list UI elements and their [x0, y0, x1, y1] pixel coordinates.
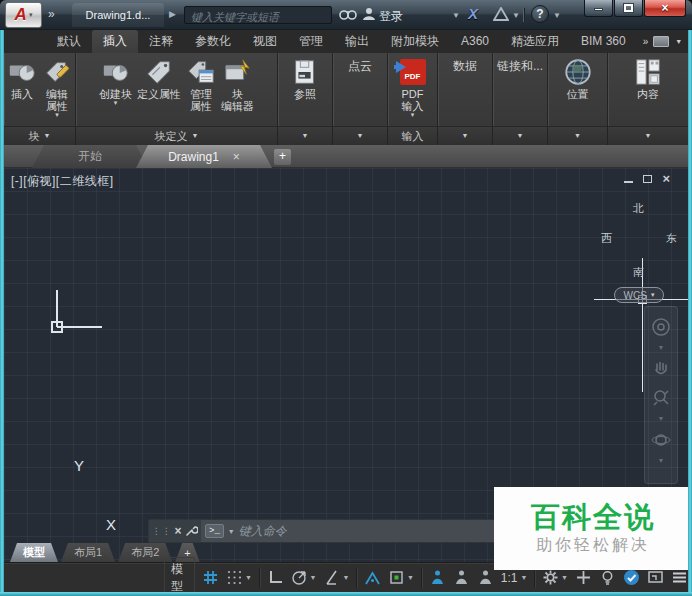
viewport-minimize-icon[interactable]	[624, 181, 633, 183]
exchange-apps-icon[interactable]: X	[468, 5, 478, 22]
tab-bim360[interactable]: BIM 360	[570, 30, 637, 53]
manage-attributes-button[interactable]: 管理 属性	[184, 55, 218, 113]
zoom-icon[interactable]	[651, 388, 671, 408]
compass-west-label[interactable]: 西	[601, 231, 612, 246]
chevron-down-icon[interactable]: ▼	[675, 38, 682, 45]
dropdown-arrow-icon[interactable]: ▼	[407, 574, 414, 581]
dropdown-arrow-icon[interactable]: ▼	[245, 574, 252, 581]
close-button[interactable]: ×	[644, 0, 686, 17]
file-tab-start[interactable]: 开始	[32, 145, 148, 168]
tab-annotate[interactable]: 注释	[138, 30, 184, 53]
pdf-import-button[interactable]: PDF PDF 输入 ▾	[398, 55, 428, 119]
panel-import-footer[interactable]: 输入	[388, 126, 437, 145]
maximize-button[interactable]	[614, 0, 643, 17]
compass-south-label[interactable]: 南	[633, 265, 644, 280]
graphics-performance-button[interactable]	[623, 569, 640, 586]
chevron-down-icon[interactable]: ▼	[452, 11, 460, 20]
panel-block-definition-footer[interactable]: 块定义 ▼	[76, 126, 277, 145]
point-cloud-button[interactable]: 点云	[333, 58, 387, 75]
close-tab-icon[interactable]: ×	[233, 150, 240, 164]
tab-parametric[interactable]: 参数化	[184, 30, 242, 53]
navigation-bar[interactable]: ▼ ▼ ▼	[644, 306, 678, 484]
isolate-objects-button[interactable]	[599, 569, 616, 586]
customize-wrench-icon[interactable]	[184, 524, 198, 538]
dropdown-arrow-icon[interactable]: ▼	[342, 574, 349, 581]
search-binoculars-icon[interactable]	[339, 6, 357, 25]
snap-mode-toggle[interactable]: ▼	[226, 569, 252, 586]
chevron-down-icon[interactable]: ▼	[553, 11, 561, 20]
grid-display-toggle[interactable]	[202, 569, 219, 586]
viewport-close-icon[interactable]: ×	[662, 173, 670, 185]
tab-addins[interactable]: 附加模块	[380, 30, 450, 53]
wcs-dropdown-button[interactable]: WCS ▾	[614, 287, 664, 303]
polar-tracking-toggle[interactable]: ▼	[291, 569, 317, 586]
customization-button[interactable]	[671, 569, 688, 586]
set-location-button[interactable]: 位置	[561, 55, 595, 101]
navigation-wheel-icon[interactable]	[651, 317, 671, 337]
panel-data-footer[interactable]: ▼	[438, 126, 492, 145]
object-snap-tracking-toggle[interactable]	[364, 569, 381, 586]
ortho-mode-toggle[interactable]	[267, 569, 284, 586]
tab-a360[interactable]: A360	[450, 30, 500, 53]
edit-attribute-button[interactable]: 编辑 属性 ▾	[40, 55, 74, 119]
dropdown-arrow-icon[interactable]: ▼	[658, 459, 665, 463]
link-extract-button[interactable]: 链接和...	[493, 58, 547, 75]
dropdown-arrow-icon[interactable]: ▼	[561, 574, 568, 581]
a360-icon[interactable]	[493, 7, 509, 25]
tab-home[interactable]: 默认	[46, 30, 92, 53]
help-button[interactable]: ?	[531, 5, 549, 23]
tab-featured-apps[interactable]: 精选应用	[500, 30, 570, 53]
compass-east-label[interactable]: 东	[666, 231, 677, 246]
dropdown-arrow-icon[interactable]: ▼	[658, 346, 665, 350]
quick-access-expand-button[interactable]: »	[48, 7, 54, 21]
create-block-button[interactable]: 创建块 ▾	[97, 55, 134, 107]
content-button[interactable]: 内容	[631, 55, 665, 101]
annotation-visibility-toggle[interactable]	[429, 569, 446, 586]
tab-layout1[interactable]: 布局1	[61, 543, 115, 562]
tab-manage[interactable]: 管理	[288, 30, 334, 53]
panel-content-footer[interactable]: ▼	[608, 126, 688, 145]
search-input[interactable]	[185, 9, 331, 25]
sign-in-button[interactable]: 登录	[379, 8, 403, 25]
dropdown-arrow-icon[interactable]: ▼	[658, 417, 665, 421]
tab-output[interactable]: 输出	[334, 30, 380, 53]
new-drawing-tab-button[interactable]: +	[274, 149, 291, 165]
tab-insert[interactable]: 插入	[92, 30, 138, 53]
command-input[interactable]	[239, 524, 494, 538]
block-editor-button[interactable]: 块 编辑器	[219, 55, 256, 113]
dropdown-arrow-icon[interactable]: ▼	[228, 528, 235, 535]
panel-block-footer[interactable]: 块 ▼	[4, 126, 75, 145]
tab-model[interactable]: 模型	[10, 543, 58, 562]
annotation-scale-icon-button[interactable]	[477, 569, 494, 586]
tab-overflow-icon[interactable]: »	[643, 36, 648, 47]
chevron-down-icon[interactable]: ▼	[512, 11, 520, 20]
annotation-autoscale-toggle[interactable]	[453, 569, 470, 586]
tab-view[interactable]: 视图	[242, 30, 288, 53]
annotation-monitor-button[interactable]	[575, 569, 592, 586]
application-menu-button[interactable]: A ▾	[5, 2, 42, 28]
object-snap-toggle[interactable]: ▼	[388, 569, 414, 586]
file-tab-drawing1[interactable]: Drawing1 ×	[136, 145, 272, 168]
close-command-line-icon[interactable]: ×	[174, 524, 181, 538]
annotation-scale-value[interactable]: 1:1 ▼	[501, 571, 528, 585]
command-prompt-icon[interactable]: >_	[205, 524, 224, 538]
panel-link-extract-footer[interactable]: ▼	[493, 126, 547, 145]
panel-reference-footer[interactable]: ▼	[278, 126, 332, 145]
panel-point-cloud-footer[interactable]: ▼	[333, 126, 387, 145]
define-attributes-button[interactable]: 定义属性	[135, 55, 183, 101]
workspace-switching-button[interactable]: ▼	[542, 569, 568, 586]
panel-location-footer[interactable]: ▼	[548, 126, 607, 145]
insert-block-button[interactable]: 插入	[5, 55, 39, 101]
viewport-restore-icon[interactable]	[643, 175, 652, 183]
orbit-icon[interactable]	[651, 430, 671, 450]
data-button[interactable]: 数据	[438, 58, 492, 75]
isometric-drafting-toggle[interactable]: ▼	[323, 569, 349, 586]
clean-screen-button[interactable]	[647, 569, 664, 586]
dropdown-arrow-icon[interactable]: ▼	[310, 574, 317, 581]
compass-north-label[interactable]: 北	[633, 201, 644, 216]
pan-hand-icon[interactable]	[651, 359, 671, 379]
viewport-controls-label[interactable]: [-][俯视][二维线框]	[11, 173, 114, 190]
ribbon-display-toggle-icon[interactable]	[653, 36, 669, 47]
model-space-toggle[interactable]: 模型	[164, 557, 195, 596]
attach-reference-button[interactable]: 参照	[288, 55, 322, 101]
